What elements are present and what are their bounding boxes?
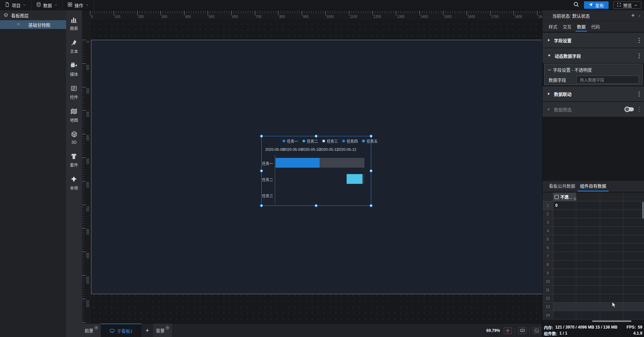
table-cell[interactable] [600,286,623,294]
table-cell[interactable] [600,252,623,260]
table-cell[interactable] [600,210,623,218]
table-row[interactable]: 6 [543,244,644,252]
table-row[interactable]: 3 [543,218,644,227]
table-row[interactable]: 11 [543,286,644,294]
table-cell[interactable] [600,260,623,269]
legend-item[interactable]: 任务五 [362,138,378,144]
table-cell[interactable] [576,210,600,218]
panel-map[interactable]: 地图 [70,108,78,123]
table-cell[interactable] [623,294,644,303]
panel-chart[interactable]: 图表 [70,16,78,31]
data-tab-组件自有数据[interactable]: 组件自有数据 [580,182,606,192]
shortcut-keyboard-button[interactable] [518,327,526,334]
add-board-button[interactable]: + [141,324,153,337]
resize-handle-middle-right[interactable] [370,169,373,172]
inspector-tab-代码[interactable]: 代码 [591,21,600,32]
menu-data[interactable]: 数据 [31,0,63,10]
table-cell[interactable] [623,269,644,277]
table-cell[interactable] [576,218,600,227]
gantt-bar-segment[interactable] [347,174,362,184]
table-cell[interactable] [576,252,600,260]
column-header-empty[interactable] [576,193,600,201]
table-row[interactable]: 5 [543,235,644,244]
table-cell[interactable] [600,269,623,277]
vertical-scrollbar[interactable] [642,202,644,219]
table-row[interactable]: 7 [543,252,644,260]
gantt-bar-segment[interactable] [362,174,365,184]
section-menu-icon[interactable] [639,53,640,54]
table-cell[interactable] [600,311,623,319]
table-cell[interactable] [553,252,576,260]
table-cell[interactable] [623,303,644,311]
table-cell[interactable] [576,286,600,294]
legend-item[interactable]: 任务三 [322,138,338,144]
inspector-tab-样式[interactable]: 样式 [549,21,557,32]
panel-widget[interactable]: 控件 [70,85,78,100]
table-cell[interactable] [553,227,576,235]
table-cell[interactable] [600,277,623,286]
inspector-tab-交互[interactable]: 交互 [563,21,572,32]
gantt-bar-segment[interactable] [320,158,365,168]
section-menu-icon[interactable] [639,38,640,39]
preview-button[interactable]: 预览 [613,1,641,9]
table-cell[interactable] [576,269,600,277]
table-row[interactable]: 13 [543,303,644,311]
table-cell[interactable] [623,201,644,210]
table-cell[interactable] [576,311,600,319]
column-header-empty[interactable] [600,193,623,201]
section-data-linkage[interactable]: 数据联动 [543,86,644,101]
table-cell[interactable] [553,311,576,319]
add-state-button[interactable]: + [631,12,635,19]
table-cell[interactable] [553,303,576,311]
search-icon[interactable] [573,1,579,9]
section-data-filter[interactable]: 数据筛选 [543,102,644,117]
table-row[interactable]: 14 [543,311,644,319]
table-cell[interactable] [600,201,623,210]
table-cell[interactable] [553,260,576,269]
resize-handle-top-middle[interactable] [315,135,318,138]
legend-item[interactable]: 任务一 [283,138,298,144]
table-cell[interactable] [553,218,576,227]
table-cell[interactable] [623,286,644,294]
panel-text[interactable]: 文本 [70,39,78,54]
table-cell[interactable] [600,244,623,252]
resize-handle-top-right[interactable] [370,135,373,138]
table-cell[interactable]: 0 [553,201,576,210]
section-dynamic-fields[interactable]: 动态数据字段 [543,48,644,63]
resize-handle-middle-left[interactable] [260,169,263,172]
section-menu-icon[interactable] [639,91,640,92]
table-cell[interactable] [576,303,600,311]
section-menu-icon[interactable] [639,107,640,108]
table-cell[interactable] [576,201,600,210]
table-cell[interactable] [553,235,576,244]
field-box-header[interactable]: 字段设置 - 不透明度 [545,64,642,73]
resize-handle-bottom-middle[interactable] [315,204,318,207]
table-cell[interactable] [553,277,576,286]
layer-item-gantt[interactable]: 基础甘特图 [0,20,66,29]
console-button[interactable] [533,327,541,334]
add-foreground-icon[interactable] [94,326,98,331]
resize-handle-bottom-right[interactable] [370,204,373,207]
foreground-tab[interactable]: 前景 [82,324,101,337]
table-cell[interactable] [600,235,623,244]
checkbox-icon[interactable] [555,195,559,199]
table-cell[interactable] [623,244,644,252]
table-cell[interactable] [623,227,644,235]
section-field-settings[interactable]: 字段设置 [543,33,644,48]
menu-ops[interactable]: 操作 [63,0,94,10]
table-cell[interactable] [576,260,600,269]
table-cell[interactable] [623,235,644,244]
table-cell[interactable] [623,311,644,319]
table-cell[interactable] [576,227,600,235]
table-cell[interactable] [576,244,600,252]
panel-media[interactable]: 媒体 [70,62,78,77]
table-row[interactable]: 12 [543,294,644,303]
table-row[interactable]: 10 [543,201,644,210]
table-cell[interactable] [623,210,644,218]
canvas[interactable]: 0100200300400500600700800900100011001200… [82,10,542,323]
add-background-icon[interactable] [166,326,169,331]
gantt-component-selection[interactable]: 任务一任务二任务三任务四任务五 2020-05-082020-05-092020… [261,136,371,206]
inspector-tab-数据[interactable]: 数据 [577,21,586,32]
table-row[interactable]: 10 [543,277,644,286]
table-row[interactable]: 9 [543,269,644,277]
